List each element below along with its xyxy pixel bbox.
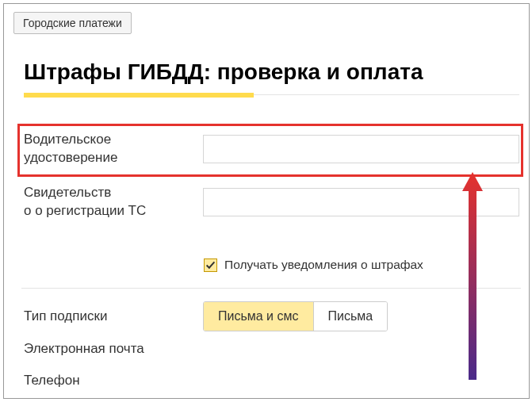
registration-label: Свидетельство о регистрации ТС	[24, 184, 203, 220]
subscription-type-segmented: Письма и смс Письма	[203, 301, 388, 331]
email-row: Электронная почта	[24, 341, 519, 357]
section-divider	[21, 288, 521, 289]
option-letters[interactable]: Письма	[314, 302, 388, 331]
phone-row: Телефон	[24, 373, 519, 389]
notifications-checkbox-row: Получать уведомления о штрафах	[204, 258, 423, 272]
yellow-divider	[24, 93, 254, 98]
subscription-type-label: Тип подписки	[24, 308, 203, 324]
registration-row: Свидетельство о регистрации ТС	[24, 184, 519, 220]
notifications-label: Получать уведомления о штрафах	[224, 258, 423, 272]
city-payments-button[interactable]: Городские платежи	[13, 12, 132, 34]
driver-license-label: Водительскоеудостоверение	[24, 131, 203, 167]
driver-license-input[interactable]	[203, 135, 519, 163]
subscription-type-row: Тип подписки Письма и смс Письма	[24, 301, 519, 331]
notifications-checkbox[interactable]	[204, 258, 217, 272]
option-letters-and-sms[interactable]: Письма и смс	[204, 302, 313, 331]
registration-input[interactable]	[203, 188, 519, 216]
phone-label: Телефон	[24, 373, 203, 389]
page-title: Штрафы ГИБДД: проверка и оплата	[24, 59, 423, 85]
grey-divider	[254, 94, 519, 95]
email-label: Электронная почта	[24, 341, 203, 357]
driver-license-row: Водительскоеудостоверение	[24, 131, 519, 167]
page-container: Городские платежи Штрафы ГИБДД: проверка…	[3, 3, 530, 399]
check-icon	[205, 260, 216, 270]
